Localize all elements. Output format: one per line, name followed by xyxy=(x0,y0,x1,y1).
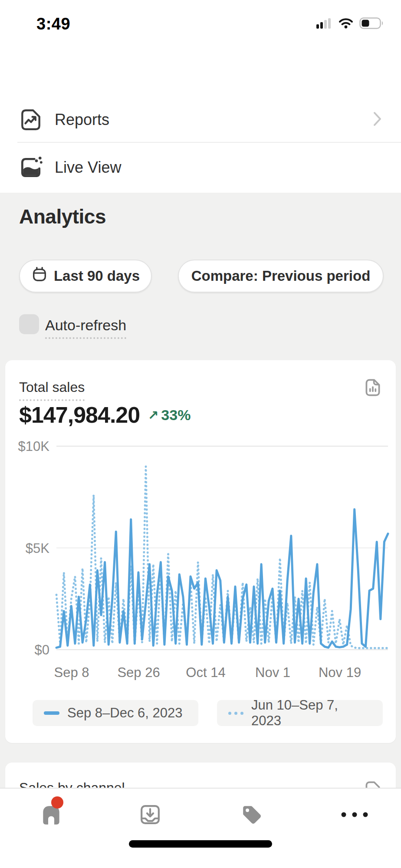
nav-more-button[interactable] xyxy=(340,811,365,835)
trend-up-arrow-icon: ↗ xyxy=(148,408,158,423)
svg-text:Nov 19: Nov 19 xyxy=(319,665,361,680)
svg-text:Nov 1: Nov 1 xyxy=(255,665,290,680)
date-range-button[interactable]: Last 90 days xyxy=(19,260,152,293)
compare-button[interactable]: Compare: Previous period xyxy=(178,260,384,293)
svg-text:$0: $0 xyxy=(35,642,49,658)
change-percent: 33% xyxy=(161,407,191,424)
auto-refresh-label[interactable]: Auto-refresh xyxy=(45,317,126,339)
dotted-line-swatch-icon xyxy=(228,712,243,715)
menu-item-reports[interactable]: Reports xyxy=(0,98,401,141)
svg-text:Oct 14: Oct 14 xyxy=(186,665,225,680)
home-indicator[interactable] xyxy=(129,840,272,848)
calendar-icon xyxy=(31,266,48,286)
page-title: Analytics xyxy=(19,205,106,228)
battery-icon xyxy=(359,17,385,31)
legend-previous-period[interactable]: Jun 10–Sep 7, 2023 xyxy=(217,700,383,726)
nav-products-button[interactable] xyxy=(240,802,264,827)
svg-text:$10K: $10K xyxy=(18,439,50,454)
total-sales-card: Total sales $147,984.20 ↗ 33% $0$5K$10KS… xyxy=(5,360,396,743)
menu-item-label: Reports xyxy=(55,111,109,129)
svg-text:Sep 26: Sep 26 xyxy=(117,665,160,680)
orders-inbox-icon xyxy=(138,802,162,827)
reports-icon xyxy=(18,107,43,132)
wifi-icon xyxy=(339,18,353,30)
chevron-right-icon xyxy=(373,112,382,128)
compare-label: Compare: Previous period xyxy=(191,268,371,284)
total-sales-value: $147,984.20 xyxy=(19,402,140,428)
date-range-label: Last 90 days xyxy=(54,268,140,284)
auto-refresh-checkbox[interactable] xyxy=(19,314,39,334)
menu-item-live-view[interactable]: Live View xyxy=(0,146,401,189)
nav-orders-button[interactable] xyxy=(138,802,162,827)
svg-text:$5K: $5K xyxy=(26,541,49,556)
report-document-icon[interactable] xyxy=(362,377,384,398)
ellipsis-icon xyxy=(340,811,369,818)
report-document-icon xyxy=(362,779,384,788)
clock-time: 3:49 xyxy=(36,15,70,33)
notification-dot xyxy=(51,796,63,809)
bottom-nav xyxy=(0,788,401,868)
change-badge: ↗ 33% xyxy=(148,407,191,424)
legend-current-period[interactable]: Sep 8–Dec 6, 2023 xyxy=(33,700,198,726)
status-bar: 3:49 xyxy=(0,0,401,52)
next-metric-card: Sales by channel xyxy=(5,763,396,788)
divider xyxy=(17,142,401,143)
live-view-icon xyxy=(18,155,43,180)
legend-previous-label: Jun 10–Sep 7, 2023 xyxy=(251,697,371,729)
svg-text:Sep 8: Sep 8 xyxy=(54,665,89,680)
solid-line-swatch-icon xyxy=(44,711,59,715)
total-sales-chart[interactable]: $0$5K$10KSep 8Sep 26Oct 14Nov 1Nov 19 xyxy=(5,434,396,694)
menu-item-label: Live View xyxy=(55,158,121,177)
tag-icon xyxy=(240,802,264,827)
metric-title[interactable]: Total sales xyxy=(19,379,85,401)
cellular-signal-icon xyxy=(316,18,332,30)
legend-current-label: Sep 8–Dec 6, 2023 xyxy=(67,705,182,721)
metric-title[interactable]: Sales by channel xyxy=(19,780,125,788)
